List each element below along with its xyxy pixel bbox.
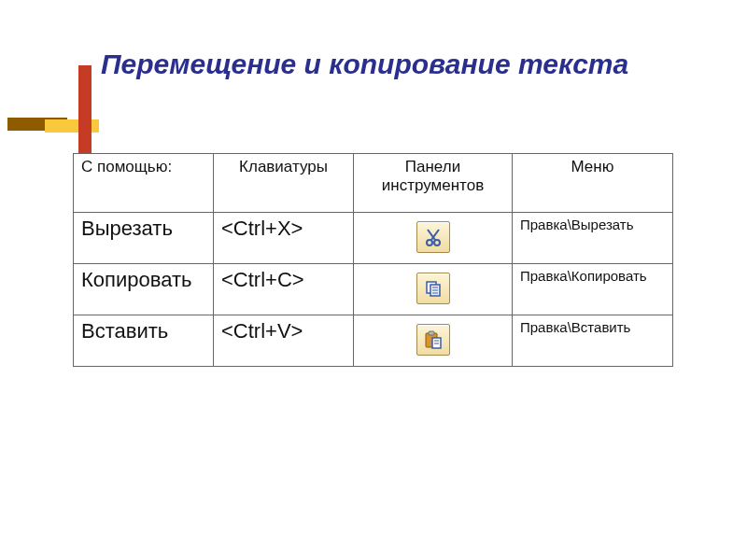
decoration-bar-red xyxy=(78,65,92,155)
shortcut-label: <Ctrl+X> xyxy=(214,213,354,264)
table-row: Вырезать <Ctrl+X> Правка\Вырезать xyxy=(74,213,673,264)
menu-path: Правка\Копировать xyxy=(513,264,673,315)
copy-button[interactable] xyxy=(416,273,450,304)
cut-icon xyxy=(423,227,444,247)
svg-rect-10 xyxy=(429,331,434,335)
svg-point-2 xyxy=(427,240,432,245)
shortcut-label: <Ctrl+C> xyxy=(214,264,354,315)
table-row: Вставить <Ctrl+V> Правка\Вставить xyxy=(74,315,673,367)
menu-path: Правка\Вставить xyxy=(513,315,673,367)
svg-point-3 xyxy=(434,240,440,245)
header-help: С помощью: xyxy=(74,154,214,213)
slide: Перемещение и копирование текста С помощ… xyxy=(0,0,747,560)
commands-table: С помощью: Клавиатуры Панели инструменто… xyxy=(73,153,673,367)
toolbar-cell xyxy=(354,213,513,264)
toolbar-cell xyxy=(354,315,513,367)
shortcut-label: <Ctrl+V> xyxy=(214,315,354,367)
action-label: Вырезать xyxy=(74,213,214,264)
cut-button[interactable] xyxy=(416,221,450,253)
paste-button[interactable] xyxy=(416,324,450,356)
header-toolbar: Панели инструментов xyxy=(354,154,513,213)
copy-icon xyxy=(423,278,444,299)
toolbar-cell xyxy=(354,264,513,315)
action-label: Вставить xyxy=(74,315,214,367)
table-header-row: С помощью: Клавиатуры Панели инструменто… xyxy=(74,154,673,213)
action-label: Копировать xyxy=(74,264,214,315)
header-menu: Меню xyxy=(513,154,673,213)
menu-path: Правка\Вырезать xyxy=(513,213,673,264)
table-row: Копировать <Ctrl+C> Правка\Копировать xyxy=(74,264,673,315)
paste-icon xyxy=(423,329,444,350)
slide-title: Перемещение и копирование текста xyxy=(101,49,680,81)
header-keyboard: Клавиатуры xyxy=(214,154,354,213)
